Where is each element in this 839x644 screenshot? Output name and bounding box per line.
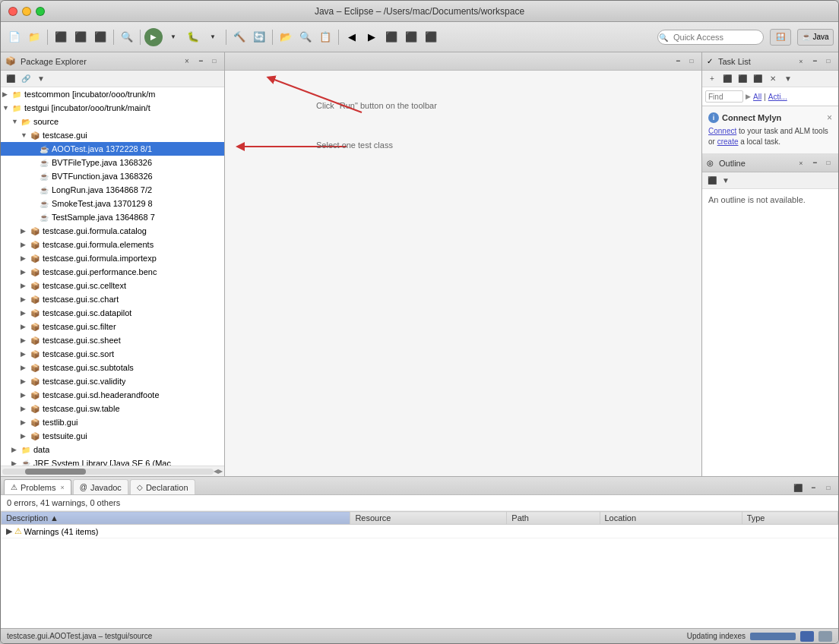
col-location[interactable]: Location	[600, 512, 742, 525]
problems-max-btn[interactable]: □	[822, 481, 835, 494]
link-editor-button[interactable]: 🔗	[19, 72, 33, 86]
tree-item-sd-header[interactable]: ▶ 📦 testcase.gui.sd.headerandfoote	[1, 388, 224, 402]
outline-close[interactable]: ×	[796, 158, 806, 169]
refresh-button[interactable]: 🔄	[250, 28, 268, 46]
task-list-close[interactable]: ×	[796, 56, 806, 67]
tree-item-sc-sort[interactable]: ▶ 📦 testcase.gui.sc.sort	[1, 347, 224, 361]
tree-item-smoketest[interactable]: ☕ SmokeTest.java 1370129 8	[1, 197, 224, 210]
create-link[interactable]: create	[717, 137, 739, 146]
status-icon-1[interactable]	[800, 631, 814, 642]
open-type-button[interactable]: 📂	[277, 28, 295, 46]
tree-item-bvtfiletype[interactable]: ☕ BVTFileType.java 1368326	[1, 156, 224, 169]
maximize-button[interactable]	[36, 7, 45, 16]
mylyn-close-button[interactable]: ×	[827, 112, 832, 123]
prev-edit-button[interactable]: ⬛	[52, 28, 70, 46]
tree-item-formula-importexp[interactable]: ▶ 📦 testcase.gui.formula.importexp	[1, 251, 224, 265]
debug-dropdown[interactable]: ▼	[204, 28, 222, 46]
task-sync-button[interactable]: ⬛	[720, 72, 734, 86]
tree-item-performance-benc[interactable]: ▶ 📦 testcase.gui.performance.benc	[1, 265, 224, 279]
tree-item-testgui[interactable]: ▼ 📁 testgui [incubator/ooo/trunk/main/t	[1, 101, 224, 115]
tree-item-sc-datapilot[interactable]: ▶ 📦 testcase.gui.sc.datapilot	[1, 306, 224, 320]
connect-link[interactable]: Connect	[708, 127, 736, 135]
task-close-button[interactable]: ✕	[766, 72, 780, 86]
debug-button[interactable]: 🐛	[184, 28, 202, 46]
tree-item-testcase-gui[interactable]: ▼ 📦 testcase.gui	[1, 128, 224, 142]
col-type[interactable]: Type	[742, 512, 837, 525]
editor-min-btn[interactable]: ━	[673, 56, 683, 67]
tree-item-testcommon[interactable]: ▶ 📁 testcommon [incubator/ooo/trunk/m	[1, 87, 224, 101]
table-row[interactable]: ▶ ⚠ Warnings (41 items)	[2, 525, 838, 538]
new-button[interactable]: 📄	[5, 28, 24, 46]
tree-item-sc-validity[interactable]: ▶ 📦 testcase.gui.sc.validity	[1, 374, 224, 388]
next-edit-button[interactable]: ⬛	[71, 28, 90, 46]
tool-btn-3[interactable]: ⬛	[91, 28, 109, 46]
col-path[interactable]: Path	[507, 512, 600, 525]
scroll-right[interactable]: ▶	[218, 468, 223, 475]
panel-min-btn[interactable]: ━	[195, 56, 206, 67]
file-button[interactable]: 📁	[25, 28, 43, 46]
tree-item-testsuite-gui[interactable]: ▶ 📦 testsuite.gui	[1, 429, 224, 443]
tree-item-testsample[interactable]: ☕ TestSample.java 1364868 7	[1, 210, 224, 224]
open-perspective-button[interactable]: 🪟	[770, 29, 791, 46]
tree-item-bvtfunction[interactable]: ☕ BVTFunction.java 1368326	[1, 169, 224, 183]
horizontal-scrollbar[interactable]: ◀ ▶	[1, 466, 224, 476]
filter-all-label[interactable]: All	[753, 93, 761, 101]
outline-menu-btn[interactable]: ▼	[719, 174, 733, 188]
search-button[interactable]: 🔍	[118, 28, 136, 46]
minimize-button[interactable]	[22, 7, 31, 16]
tree-item-sc-chart[interactable]: ▶ 📦 testcase.gui.sc.chart	[1, 292, 224, 306]
history-button[interactable]: ⬛	[382, 28, 401, 46]
run-button[interactable]: ▶	[144, 28, 163, 46]
task-max-btn[interactable]: □	[823, 56, 834, 67]
view-menu-button[interactable]: ▼	[34, 72, 48, 86]
forward-button[interactable]: ▶	[363, 28, 381, 46]
filter-acti-label[interactable]: Acti...	[768, 93, 787, 101]
scroll-thumb[interactable]	[25, 469, 86, 475]
find-input[interactable]	[705, 90, 743, 103]
problems-min-btn[interactable]: ━	[806, 481, 820, 494]
problems-table[interactable]: Description ▲ Resource Path Location Typ…	[1, 511, 838, 628]
outline-max-btn[interactable]: □	[823, 158, 834, 169]
col-resource[interactable]: Resource	[350, 512, 507, 525]
tree-item-sc-celltext[interactable]: ▶ 📦 testcase.gui.sc.celltext	[1, 279, 224, 292]
tree-item-formula-elements[interactable]: ▶ 📦 testcase.gui.formula.elements	[1, 238, 224, 251]
outline-sort-btn[interactable]: ⬛	[705, 174, 719, 188]
nav-btn2[interactable]: ⬛	[422, 28, 440, 46]
back-button[interactable]: ◀	[343, 28, 361, 46]
file-tree[interactable]: ▶ 📁 testcommon [incubator/ooo/trunk/m ▼ …	[1, 87, 224, 466]
build-button[interactable]: 🔨	[230, 28, 249, 46]
tree-item-jre[interactable]: ▶ ☕ JRE System Library [Java SE 6 (Mac	[1, 456, 224, 466]
task-menu-button[interactable]: ▼	[781, 72, 795, 86]
panel-max-btn[interactable]: □	[209, 56, 220, 67]
nav-btn[interactable]: ⬛	[402, 28, 420, 46]
tab-javadoc[interactable]: @ Javadoc	[73, 479, 128, 494]
tab-problems[interactable]: ⚠ Problems ×	[4, 479, 71, 494]
tree-item-formula-catalog[interactable]: ▶ 📦 testcase.gui.formula.catalog	[1, 224, 224, 238]
add-task-button[interactable]: +	[705, 72, 719, 86]
problems-tab-close[interactable]: ×	[60, 484, 64, 491]
open-resource-button[interactable]: 📋	[316, 28, 334, 46]
status-icon-2[interactable]	[818, 631, 832, 642]
java-perspective-button[interactable]: ☕Java	[797, 29, 834, 46]
tree-item-testlib-gui[interactable]: ▶ 📦 testlib.gui	[1, 415, 224, 429]
col-description[interactable]: Description ▲	[2, 512, 350, 525]
task-filter-button[interactable]: ⬛	[736, 72, 749, 86]
tree-item-sc-subtotals[interactable]: ▶ 📦 testcase.gui.sc.subtotals	[1, 361, 224, 374]
collapse-all-button[interactable]: ⬛	[4, 72, 17, 86]
expand-icon[interactable]: ▶	[6, 526, 12, 536]
task-min-btn[interactable]: ━	[809, 56, 820, 67]
tree-item-sw-table[interactable]: ▶ 📦 testcase.gui.sw.table	[1, 402, 224, 415]
editor-max-btn[interactable]: □	[686, 56, 697, 67]
tree-item-aootest[interactable]: ☕ AOOTest.java 1372228 8/1	[1, 142, 224, 156]
tree-item-sc-filter[interactable]: ▶ 📦 testcase.gui.sc.filter	[1, 320, 224, 333]
quick-access-input[interactable]	[657, 30, 764, 45]
close-button[interactable]	[8, 7, 17, 16]
package-explorer-minimize[interactable]: ×	[182, 56, 192, 67]
problems-action-btn[interactable]: ⬛	[791, 481, 805, 494]
tab-declaration[interactable]: ◇ Declaration	[130, 479, 195, 494]
tree-item-sc-sheet[interactable]: ▶ 📦 testcase.gui.sc.sheet	[1, 333, 224, 347]
tree-item-longrun[interactable]: ☕ LongRun.java 1364868 7/2	[1, 183, 224, 197]
search2-button[interactable]: 🔍	[296, 28, 315, 46]
tree-item-data[interactable]: ▶ 📁 data	[1, 443, 224, 456]
run-dropdown[interactable]: ▼	[164, 28, 182, 46]
